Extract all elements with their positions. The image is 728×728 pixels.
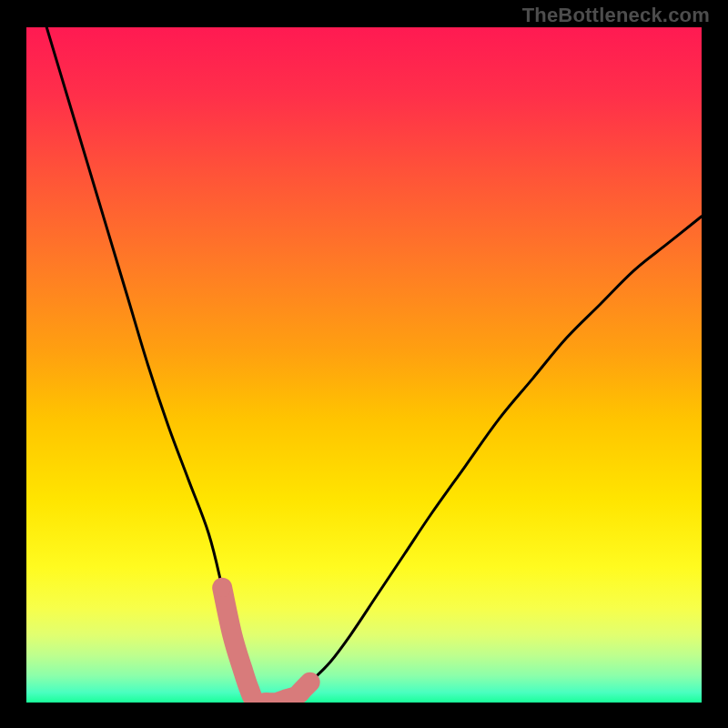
chart-frame (26, 27, 702, 703)
watermark-text: TheBottleneck.com (522, 4, 710, 27)
gradient-background (26, 27, 702, 703)
